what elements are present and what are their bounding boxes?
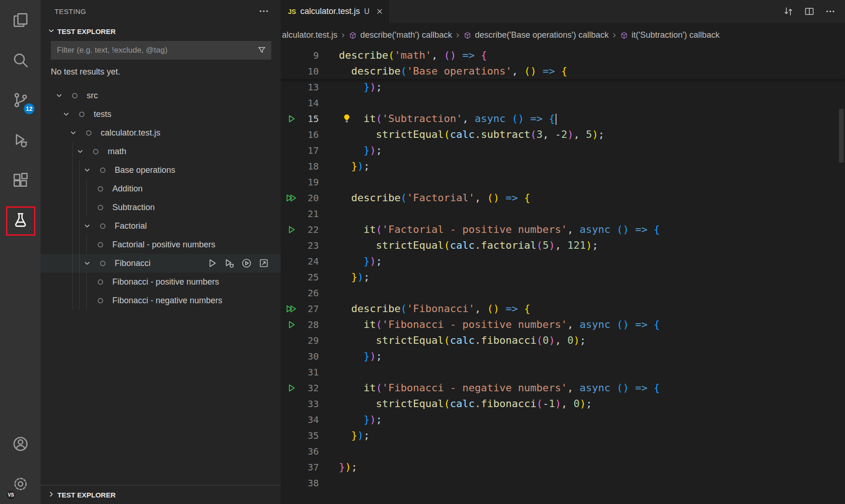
code-text[interactable]: it('Fibonacci - negative numbers', async… [339, 380, 660, 396]
split-editor-icon[interactable] [804, 6, 815, 17]
code-line-19: 19 [281, 174, 845, 190]
more-actions-icon[interactable] [825, 6, 836, 17]
tab-calculator-test-js[interactable]: JS calculator.test.js U [281, 0, 389, 23]
code-text[interactable]: strictEqual(calc.fibonacci(0), 0); [339, 333, 586, 348]
indent-guide [86, 179, 87, 198]
test-tree-item-fibonacci[interactable]: Fibonacci [41, 254, 281, 272]
test-tree-item-fibonacci-positive-numbers[interactable]: Fibonacci - positive numbers [41, 272, 281, 291]
code-text[interactable]: }); [339, 412, 382, 428]
line-number: 31 [302, 364, 319, 380]
symbol-cube-icon [349, 31, 357, 40]
breadcrumb-item[interactable]: describe('math') callback [349, 30, 452, 40]
code-text[interactable]: strictEqual(calc.factorial(5), 121); [339, 238, 598, 253]
test-tree-item-subtraction[interactable]: Subtraction [41, 198, 281, 217]
line-number: 21 [302, 206, 319, 222]
code-line-25: 25 }); [281, 269, 845, 285]
circle-icon [96, 297, 104, 305]
chevron-down-icon [83, 222, 91, 230]
run-test-gutter-icon[interactable] [281, 317, 302, 333]
run-all-tests-gutter-icon[interactable] [281, 190, 302, 206]
indent-guide [86, 272, 87, 291]
editor-group: JS calculator.test.js U alculator.test.j… [281, 0, 845, 504]
run-test-gutter-icon[interactable] [281, 222, 302, 238]
breadcrumb-item[interactable]: describe('Base operations') callback [463, 30, 609, 40]
activity-item-search[interactable] [0, 40, 41, 80]
filter-icon [257, 45, 267, 55]
test-item-actions [206, 258, 281, 269]
indent-guide [86, 235, 87, 254]
open-changes-icon[interactable] [783, 6, 794, 17]
run-test-icon [286, 320, 296, 330]
chevron-down-icon[interactable] [61, 110, 78, 118]
code-text[interactable]: it('Factorial - positive numbers', async… [339, 222, 660, 238]
more-actions-icon[interactable] [258, 6, 269, 17]
activity-item-account[interactable] [0, 424, 41, 464]
indent-guide [79, 254, 80, 272]
test-tree-item-base-operations[interactable]: Base operations [41, 161, 281, 179]
activity-item-testing-flask[interactable] [0, 200, 41, 240]
test-tree-item-math[interactable]: math [41, 142, 281, 161]
run-test-icon [206, 258, 218, 269]
activity-item-run-debug[interactable] [0, 120, 41, 160]
run-test-gutter-icon[interactable] [281, 380, 302, 396]
test-tree-item-addition[interactable]: Addition [41, 179, 281, 198]
chevron-down-icon[interactable] [68, 129, 85, 137]
code-text[interactable]: describe('Factorial', () => { [339, 190, 530, 206]
close-icon[interactable] [376, 7, 384, 15]
test-tree-item-fibonacci-negative-numbers[interactable]: Fibonacci - negative numbers [41, 291, 281, 310]
code-text[interactable]: }); [339, 269, 370, 285]
chevron-down-icon[interactable] [82, 259, 99, 267]
code-text[interactable]: }); [339, 253, 382, 269]
line-number: 26 [302, 285, 319, 301]
chevron-down-icon [69, 129, 77, 137]
run-test-gutter-icon[interactable] [281, 111, 302, 127]
code-line-35: 35 }); [281, 428, 845, 443]
code-text[interactable]: }); [339, 79, 382, 95]
code-text[interactable]: strictEqual(calc.subtract(3, -2), 5); [339, 127, 605, 143]
breadcrumb-item[interactable]: it('Subtraction') callback [620, 30, 720, 40]
chevron-down-icon[interactable] [82, 222, 99, 230]
test-filter-input[interactable] [51, 41, 271, 60]
go-to-test-icon[interactable] [258, 258, 269, 269]
code-text[interactable]: }); [339, 459, 357, 475]
debug-test-icon[interactable] [224, 258, 235, 269]
activity-item-settings-gear[interactable]: VS [0, 464, 41, 504]
test-explorer-section-header[interactable]: TEST EXPLORER [41, 22, 281, 40]
activity-item-files[interactable] [0, 0, 41, 40]
lightbulb-icon[interactable] [342, 113, 352, 123]
test-tree-item-tests[interactable]: tests [41, 105, 281, 123]
code-text[interactable]: describe('Fibonacci', () => { [339, 301, 530, 317]
code-text[interactable]: describe('Base operations', () => { [339, 63, 567, 79]
coverage-test-icon[interactable] [241, 258, 252, 269]
breadcrumb: alculator.test.jsdescribe('math') callba… [281, 23, 845, 48]
test-tree-item-factorial[interactable]: Factorial [41, 217, 281, 235]
run-all-tests-gutter-icon[interactable] [281, 301, 302, 317]
account-icon [12, 435, 29, 453]
code-text[interactable]: }); [339, 348, 382, 364]
run-test-icon[interactable] [206, 258, 218, 269]
filter-icon[interactable] [257, 45, 267, 57]
activity-item-source-control[interactable]: 12 [0, 80, 41, 120]
code-text[interactable]: it('Fibonacci - positive numbers', async… [339, 317, 660, 333]
code-text[interactable]: describe('math', () => { [339, 48, 487, 63]
test-tree-item-factorial-positive-numbers[interactable]: Factorial - positive numbers [41, 235, 281, 254]
code-text[interactable]: strictEqual(calc.fibonacci(-1), 0); [339, 396, 592, 412]
test-item-label: math [108, 147, 126, 157]
test-tree-item-src[interactable]: src [41, 86, 281, 105]
indent-guide [79, 217, 80, 235]
test-tree-item-calculator-test-js[interactable]: calculator.test.js [41, 123, 281, 142]
test-explorer-collapsed-section[interactable]: TEST EXPLORER [41, 485, 281, 504]
chevron-down-icon[interactable] [75, 147, 92, 156]
code-text[interactable]: }); [339, 428, 370, 443]
chevron-down-icon[interactable] [54, 91, 71, 100]
breadcrumb-item[interactable]: alculator.test.js [282, 30, 337, 40]
test-item-label: Factorial [115, 221, 147, 231]
chevron-down-icon [47, 27, 55, 35]
code-text[interactable]: }); [339, 143, 382, 158]
code-text[interactable]: }); [339, 158, 370, 174]
chevron-down-icon[interactable] [82, 166, 99, 174]
activity-item-extensions[interactable] [0, 160, 41, 200]
code-text[interactable]: it('Subtraction', async () => { [339, 111, 556, 127]
scrollbar[interactable] [839, 109, 844, 163]
circle-icon [99, 166, 107, 174]
